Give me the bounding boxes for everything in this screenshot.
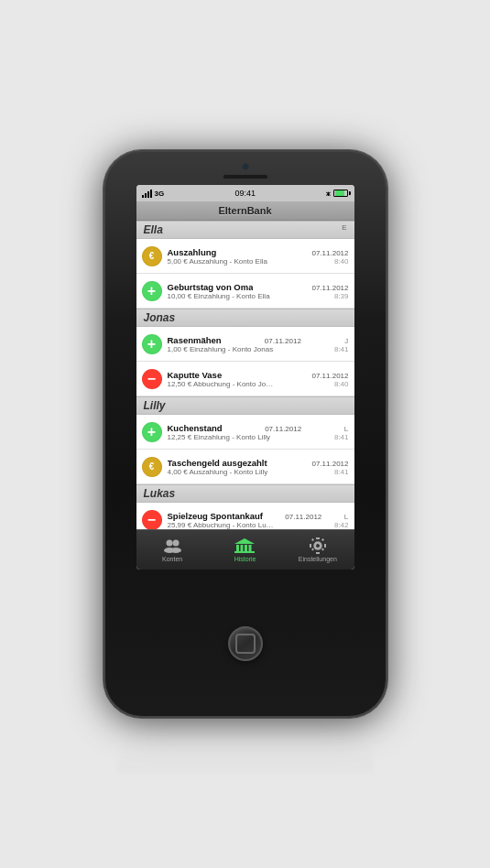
svg-rect-5 xyxy=(236,545,239,551)
reflection xyxy=(117,727,374,773)
item-time: 8:42 xyxy=(334,521,349,529)
tab-bar: Konten Historie xyxy=(136,529,354,570)
section-header-jonas: Jonas xyxy=(136,309,354,327)
item-date: 07.11.2012 xyxy=(311,249,348,257)
svg-rect-6 xyxy=(241,545,244,551)
home-button-inner xyxy=(235,634,256,654)
phone-frame: 3G 09:41 ⁎ ElternBank Ella E € xyxy=(103,150,387,718)
item-subtitle: 4,00 € Auszahlung - Konto Lilly xyxy=(168,468,268,476)
item-subtitle: 10,00 € Einzahlung - Konto Ella xyxy=(168,292,270,300)
item-content: Rasenmähen 07.11.2012 J 1,00 € Einzahlun… xyxy=(168,335,349,353)
item-date: 07.11.2012 xyxy=(311,372,348,380)
section-name-ella: Ella xyxy=(144,223,163,236)
item-title: Taschengeld ausgezahlt xyxy=(168,458,267,468)
speaker xyxy=(223,174,268,179)
tab-historie[interactable]: Historie xyxy=(209,537,281,562)
phone-bottom xyxy=(228,570,263,718)
svg-rect-9 xyxy=(234,551,255,553)
gear-icon xyxy=(308,537,328,554)
status-left: 3G xyxy=(142,190,165,198)
tab-konten-label: Konten xyxy=(162,556,182,562)
item-content: Geburtstag von Oma 07.11.2012 10,00 € Ei… xyxy=(168,282,349,300)
item-icon-coin: € xyxy=(142,246,162,266)
item-date: 07.11.2012 xyxy=(265,337,301,345)
item-icon-coin: € xyxy=(142,457,162,477)
section-header-lilly: Lilly xyxy=(136,396,354,415)
section-header-lukas: Lukas xyxy=(136,484,354,503)
list-item[interactable]: − Spielzeug Spontankauf 07.11.2012 L 25,… xyxy=(136,503,354,529)
svg-point-3 xyxy=(170,548,181,553)
svg-point-1 xyxy=(173,540,180,547)
bluetooth-icon: ⁎ xyxy=(326,189,331,198)
bar4 xyxy=(150,190,152,198)
section-header-ella: Ella E xyxy=(136,221,354,239)
item-time: 8:40 xyxy=(334,380,349,388)
item-content: Kuchenstand 07.11.2012 L 12,25 € Einzahl… xyxy=(168,423,349,441)
battery-icon xyxy=(333,190,348,197)
suffix-l: L xyxy=(344,425,349,433)
item-time: 8:39 xyxy=(334,292,349,300)
phone-top xyxy=(103,150,387,185)
item-time: 8:41 xyxy=(334,433,349,441)
item-subtitle: 1,00 € Einzahlung - Konto Jonas xyxy=(168,345,274,353)
item-title: Rasenmähen xyxy=(168,335,222,345)
item-content: Kaputte Vase 07.11.2012 12,50 € Abbuchun… xyxy=(168,370,349,388)
item-title: Kuchenstand xyxy=(168,423,223,433)
item-subtitle: 12,25 € Einzahlung - Konto Lilly xyxy=(168,433,271,441)
bank-icon xyxy=(234,537,255,554)
item-title: Kaputte Vase xyxy=(168,370,223,380)
svg-point-10 xyxy=(315,543,321,548)
nav-bar: ElternBank xyxy=(136,201,354,221)
battery-fill xyxy=(335,190,344,196)
home-button[interactable] xyxy=(228,626,263,661)
item-subtitle: 5,00 € Auszahlung - Konto Ella xyxy=(168,257,267,266)
svg-point-0 xyxy=(167,540,173,547)
item-icon-plus: + xyxy=(142,334,162,354)
item-time: 8:41 xyxy=(334,468,349,476)
bar2 xyxy=(145,193,147,198)
svg-marker-4 xyxy=(234,538,255,544)
tab-historie-label: Historie xyxy=(234,556,256,562)
item-icon-plus: + xyxy=(142,281,162,301)
tab-einstellungen-label: Einstellungen xyxy=(299,556,337,562)
signal-bars xyxy=(142,190,152,198)
item-date: 07.11.2012 xyxy=(311,460,348,468)
network-label: 3G xyxy=(155,190,165,198)
bar3 xyxy=(147,191,149,198)
item-icon-minus: − xyxy=(142,369,162,389)
clock: 09:41 xyxy=(235,189,256,198)
item-subtitle: 12,50 € Abbuchung - Konto Jo… xyxy=(168,380,274,388)
people-icon xyxy=(162,537,182,554)
item-content: Auszahlung 07.11.2012 5,00 € Auszahlung … xyxy=(168,247,349,266)
tab-einstellungen[interactable]: Einstellungen xyxy=(281,537,354,562)
list-item[interactable]: + Kuchenstand 07.11.2012 L 12,25 € Einza… xyxy=(136,415,354,450)
item-date: 07.11.2012 xyxy=(311,284,348,292)
suffix-j: J xyxy=(344,337,348,345)
item-subtitle: 25,99 € Abbuchung - Konto Lu… xyxy=(168,521,274,529)
svg-rect-8 xyxy=(249,545,252,551)
item-icon-plus: + xyxy=(142,422,162,442)
tab-konten[interactable]: Konten xyxy=(136,537,209,562)
item-icon-minus: − xyxy=(142,510,162,530)
item-time: 8:41 xyxy=(334,345,349,353)
item-content: Taschengeld ausgezahlt 07.11.2012 4,00 €… xyxy=(168,458,349,476)
list-item[interactable]: − Kaputte Vase 07.11.2012 12,50 € Abbuch… xyxy=(136,362,354,396)
list-item[interactable]: + Rasenmähen 07.11.2012 J 1,00 € Einzahl… xyxy=(136,327,354,362)
list-item[interactable]: + Geburtstag von Oma 07.11.2012 10,00 € … xyxy=(136,274,354,309)
list-content: Ella E € Auszahlung 07.11.2012 5,00 € Au… xyxy=(136,221,354,529)
suffix-lu: L xyxy=(344,513,349,521)
status-right: ⁎ xyxy=(326,189,348,198)
section-name-jonas: Jonas xyxy=(144,311,176,324)
bar1 xyxy=(142,195,144,198)
item-title: Auszahlung xyxy=(168,247,217,257)
item-title: Spielzeug Spontankauf xyxy=(168,511,264,521)
item-date: 07.11.2012 xyxy=(285,513,321,521)
section-name-lukas: Lukas xyxy=(144,487,176,500)
list-item[interactable]: € Auszahlung 07.11.2012 5,00 € Auszahlun… xyxy=(136,239,354,274)
section-name-lilly: Lilly xyxy=(144,399,166,412)
status-bar: 3G 09:41 ⁎ xyxy=(136,185,354,201)
item-date: 07.11.2012 xyxy=(265,425,301,433)
list-item[interactable]: € Taschengeld ausgezahlt 07.11.2012 4,00… xyxy=(136,450,354,484)
item-title: Geburtstag von Oma xyxy=(168,282,254,292)
item-content: Spielzeug Spontankauf 07.11.2012 L 25,99… xyxy=(168,511,349,529)
